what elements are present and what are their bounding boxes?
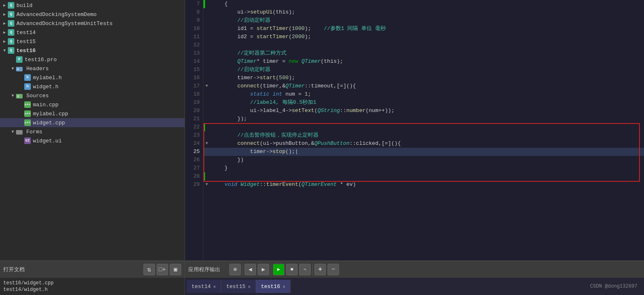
tree-item-widgetui[interactable]: UI widget.ui bbox=[0, 136, 185, 145]
doc-save-btn[interactable]: ▣ bbox=[170, 264, 181, 275]
tree-label-build: build bbox=[16, 2, 183, 9]
code-line-20: ui->label_4->setText(QString::number(num… bbox=[203, 107, 644, 115]
ln-11: 11 bbox=[185, 33, 203, 41]
code-line-21: }); bbox=[203, 115, 644, 123]
fold-17: ▼ bbox=[203, 82, 210, 90]
ln-9: 9 bbox=[185, 16, 203, 25]
doc-updown-btn[interactable]: ⇅ bbox=[143, 264, 155, 275]
tree-item-sources[interactable]: ▼ Sources bbox=[0, 91, 185, 100]
ln-16: 16 bbox=[185, 74, 203, 82]
tree-item-mylabelcpp[interactable]: c++ mylabel.cpp bbox=[0, 109, 185, 118]
tree-item-adsdemo[interactable]: ▶ Q AdvancedDockingSystemDemo bbox=[0, 10, 185, 19]
output-toolbar: 应用程序输出 ⊕ ◀ ▶ ▶ ■ ↷ + − bbox=[185, 261, 644, 278]
code-text-26: }) bbox=[210, 156, 644, 164]
tree-icon-adsdemo: Q bbox=[7, 11, 15, 18]
open-doc-label: 打开文档 bbox=[3, 266, 25, 273]
code-text-20: ui->label_4->setText(QString::number(num… bbox=[210, 107, 644, 115]
code-text-14: QTimer* timer = new QTimer(this); bbox=[210, 57, 644, 66]
file-tree-sidebar: ▶ Q build ▶ Q AdvancedDockingSystemDemo … bbox=[0, 0, 185, 261]
code-text-21: }); bbox=[210, 115, 644, 123]
plus-btn[interactable]: + bbox=[314, 264, 326, 275]
tree-arrow-sources: ▼ bbox=[10, 94, 16, 98]
code-line-11: id2 = startTimer(2000); bbox=[203, 33, 644, 41]
ln-23: 23 bbox=[185, 131, 203, 139]
tree-item-test14[interactable]: ▶ Q test14 bbox=[0, 28, 185, 37]
tab-test15-label: test15 bbox=[226, 284, 245, 290]
tree-arrow-test16: ▼ bbox=[2, 48, 7, 53]
code-text-7: { bbox=[210, 0, 644, 8]
prev-btn[interactable]: ◀ bbox=[245, 264, 256, 275]
tree-item-widgetcpp[interactable]: c++ widget.cpp bbox=[0, 118, 185, 127]
tree-arrow-adsdemo: ▶ bbox=[2, 12, 7, 17]
tab-test14-close[interactable]: ✕ bbox=[213, 284, 216, 289]
minus-btn[interactable]: − bbox=[328, 264, 339, 275]
tab-test14[interactable]: test14 ✕ bbox=[187, 280, 221, 293]
tree-label-sources: Sources bbox=[26, 93, 183, 99]
bottom-right: 应用程序输出 ⊕ ◀ ▶ ▶ ■ ↷ + − test14 bbox=[185, 261, 644, 295]
code-line-29: ▼ void Widget::timerEvent(QTimerEvent * … bbox=[203, 181, 644, 189]
tree-item-adsunit[interactable]: ▶ Q AdvancedDockingSystemUnitTests bbox=[0, 19, 185, 28]
tab-test15[interactable]: test15 ✕ bbox=[221, 280, 256, 293]
ln-12: 12 bbox=[185, 41, 203, 49]
code-area[interactable]: 7 8 9 10 11 12 13 14 15 16 17 18 19 20 2… bbox=[185, 0, 644, 261]
code-content[interactable]: { ui->setupUi(this); //启动定时器 id1 bbox=[203, 0, 644, 261]
tree-item-test15[interactable]: ▶ Q test15 bbox=[0, 37, 185, 46]
code-line-8: ui->setupUi(this); bbox=[203, 8, 644, 16]
ln-18: 18 bbox=[185, 90, 203, 98]
tree-icon-maincpp: c++ bbox=[24, 101, 31, 108]
tree-item-maincpp[interactable]: c++ main.cpp bbox=[0, 100, 185, 109]
tree-icon-test16: Q bbox=[7, 47, 15, 54]
tree-item-widgeth[interactable]: h widget.h bbox=[0, 82, 185, 91]
code-line-14: QTimer* timer = new QTimer(this); bbox=[203, 57, 644, 66]
tree-icon-test14: Q bbox=[7, 29, 15, 36]
tree-icon-adsunit: Q bbox=[7, 20, 15, 27]
tab-test16[interactable]: test16 ✕ bbox=[256, 280, 291, 293]
file-path-area: test16/widget.cpp test14/widget.h bbox=[0, 278, 185, 295]
fold-24: ▼ bbox=[203, 139, 210, 148]
tree-arrow-build: ▶ bbox=[2, 3, 7, 8]
open-doc-toolbar: 打开文档 ⇅ □+ ▣ bbox=[0, 261, 185, 278]
tree-arrow-headers: ▼ bbox=[10, 66, 16, 71]
step-btn[interactable]: ↷ bbox=[299, 264, 311, 275]
bottom-combined: 打开文档 ⇅ □+ ▣ test16/widget.cpp test14/wid… bbox=[0, 261, 644, 295]
tree-item-mylabelh[interactable]: h mylabel.h bbox=[0, 73, 185, 82]
code-line-15: //启动定时器 bbox=[203, 66, 644, 74]
tab-test16-close[interactable]: ✕ bbox=[283, 284, 286, 289]
doc-add-btn[interactable]: □+ bbox=[157, 264, 168, 275]
code-line-17: ▼ connect(timer,&QTimer::timeout,[=](){ bbox=[203, 82, 644, 90]
ln-24: 24 bbox=[185, 139, 203, 148]
tree-item-build[interactable]: ▶ Q build bbox=[0, 1, 185, 10]
tree-icon-headers bbox=[16, 65, 23, 72]
tree-item-test16pro[interactable]: P test16.pro bbox=[0, 55, 185, 64]
tree-icon-build: Q bbox=[7, 2, 15, 9]
tree-label-maincpp: main.cpp bbox=[33, 102, 183, 108]
toolbar-sep3 bbox=[312, 264, 313, 275]
output-buttons: ⊕ ◀ ▶ ▶ ■ ↷ + − bbox=[229, 264, 339, 275]
code-text-16: timer->start(500); bbox=[210, 74, 644, 82]
ln-15: 15 bbox=[185, 66, 203, 74]
code-line-9: //启动定时器 bbox=[203, 16, 644, 25]
tree-icon-mylabelh: h bbox=[24, 74, 31, 81]
play-btn[interactable]: ▶ bbox=[273, 264, 284, 275]
toolbar-sep2 bbox=[271, 264, 271, 275]
ln-27: 27 bbox=[185, 164, 203, 172]
ln-14: 14 bbox=[185, 57, 203, 66]
code-text-24: connect(ui->pushButton,&QPushButton::cli… bbox=[210, 139, 644, 148]
tree-item-headers[interactable]: ▼ Headers bbox=[0, 64, 185, 73]
ln-22: 22 bbox=[185, 123, 203, 131]
tree-icon-widgeth: h bbox=[24, 83, 31, 90]
tree-label-widgeth: widget.h bbox=[33, 84, 183, 90]
tree-item-test16[interactable]: ▼ Q test16 bbox=[0, 46, 185, 55]
output-target-btn[interactable]: ⊕ bbox=[229, 264, 241, 275]
tree-item-forms[interactable]: ▼ Forms bbox=[0, 127, 185, 136]
file-path-1: test16/widget.cpp bbox=[3, 280, 181, 286]
ln-7: 7 bbox=[185, 0, 203, 8]
tree-label-headers: Headers bbox=[26, 66, 183, 72]
next-btn[interactable]: ▶ bbox=[258, 264, 269, 275]
ln-26: 26 bbox=[185, 156, 203, 164]
code-text-9: //启动定时器 bbox=[210, 16, 644, 25]
stop-btn[interactable]: ■ bbox=[286, 264, 298, 275]
tab-test15-close[interactable]: ✕ bbox=[248, 284, 251, 289]
code-line-24: ▼ connect(ui->pushButton,&QPushButton::c… bbox=[203, 139, 644, 148]
tree-label-test16: test16 bbox=[16, 48, 183, 54]
